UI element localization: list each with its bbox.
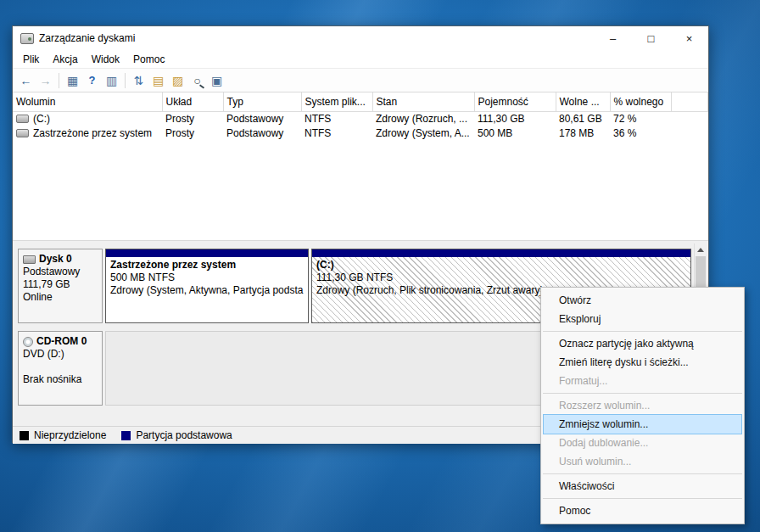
toolbar-separator (59, 73, 59, 88)
open-icon[interactable]: ▨ (168, 71, 187, 90)
console-window-icon[interactable]: ▥ (102, 71, 121, 90)
menu-item-zmien-litere[interactable]: Zmień literę dysku i ścieżki... (544, 353, 741, 372)
cell-capacity[interactable]: 111,30 GB (474, 111, 556, 126)
menu-item-pomoc[interactable]: Pomoc (544, 501, 741, 520)
cell-status[interactable]: Zdrowy (Rozruch, ... (372, 111, 474, 126)
menubar: Plik Akcja Widok Pomoc (13, 50, 708, 69)
back-icon[interactable]: ← (16, 71, 36, 90)
menu-akcja[interactable]: Akcja (46, 51, 84, 68)
disk0-name: Dysk 0 (39, 253, 72, 266)
table-row[interactable]: (C:) Prosty Podstawowy NTFS Zdrowy (Rozr… (13, 111, 708, 126)
col-empty (671, 92, 708, 111)
volume-icon (16, 129, 29, 137)
minimize-button[interactable]: – (594, 26, 632, 50)
export-list-icon[interactable]: ▤ (148, 71, 168, 90)
partition-system-reserved[interactable]: Zastrzeżone przez system 500 MB NTFS Zdr… (105, 249, 309, 323)
primary-partition-swatch (121, 431, 131, 440)
cell-empty (671, 111, 708, 126)
forward-icon[interactable]: → (36, 71, 55, 90)
partition-size: 111,30 GB NTFS (316, 272, 686, 284)
col-stan[interactable]: Stan (372, 92, 474, 111)
cell-layout[interactable]: Prosty (162, 126, 223, 140)
cell-volume[interactable]: (C:) (13, 111, 162, 126)
menu-item-wlasciwosci[interactable]: Właściwości (544, 477, 741, 496)
menu-item-otworz[interactable]: Otwórz (544, 291, 741, 310)
menu-item-oznacz-partycje[interactable]: Oznacz partycję jako aktywną (544, 334, 741, 353)
cdrom-drive: DVD (D:) (23, 348, 98, 361)
scroll-up-button[interactable] (695, 244, 707, 255)
maximize-button[interactable]: □ (632, 26, 670, 50)
partition-size: 500 MB NTFS (110, 272, 304, 284)
menu-item-dodaj-dublowanie: Dodaj dublowanie... (544, 434, 741, 452)
menu-pomoc[interactable]: Pomoc (126, 51, 171, 68)
cell-type[interactable]: Podstawowy (223, 126, 301, 140)
disk0-label[interactable]: Dysk 0 Podstawowy 111,79 GB Online (18, 249, 103, 323)
disk0-size: 111,79 GB (23, 278, 98, 291)
help-icon[interactable]: ? (82, 71, 102, 90)
cdrom-name: CD-ROM 0 (36, 335, 87, 348)
table-row[interactable]: Zastrzeżone przez system Prosty Podstawo… (13, 126, 708, 140)
refresh-icon[interactable]: ⇅ (129, 71, 148, 90)
unallocated-swatch (20, 431, 29, 440)
menu-item-zmniejsz-wolumin[interactable]: Zmniejsz wolumin... (544, 415, 741, 434)
cdrom-status: Brak nośnika (23, 373, 98, 386)
table-header-row: Wolumin Układ Typ System plik... Stan Po… (13, 92, 708, 111)
cell-volume[interactable]: Zastrzeżone przez system (13, 126, 162, 140)
partition-context-menu: Otwórz Eksploruj Oznacz partycję jako ak… (540, 287, 745, 524)
cell-filesystem[interactable]: NTFS (301, 126, 372, 140)
menu-separator (543, 331, 742, 332)
menu-item-rozszerz-wolumin: Rozszerz wolumin... (544, 396, 741, 415)
show-console-tree-icon[interactable]: ▦ (63, 71, 82, 90)
legend-unallocated: Nieprzydzielone (20, 429, 106, 441)
col-wolumin[interactable]: Wolumin (13, 92, 162, 111)
cdrom-label[interactable]: CD-ROM 0 DVD (D:) Brak nośnika (18, 331, 103, 406)
menu-separator (543, 393, 742, 394)
cell-type[interactable]: Podstawowy (223, 111, 301, 126)
cd-icon (23, 337, 33, 347)
partition-status: Zdrowy (System, Aktywna, Partycja podsta (110, 284, 304, 297)
volume-list-panel: Wolumin Układ Typ System plik... Stan Po… (13, 92, 708, 240)
disk0-status: Online (23, 291, 98, 304)
cell-layout[interactable]: Prosty (162, 111, 223, 126)
partition-body: Zastrzeżone przez system 500 MB NTFS Zdr… (106, 257, 308, 322)
disk-icon (23, 255, 36, 264)
cell-empty (671, 126, 708, 140)
properties-icon[interactable]: ▣ (207, 71, 226, 90)
legend-label: Partycja podstawowa (136, 429, 232, 441)
partition-color-strip (106, 249, 308, 257)
triangle-up-icon (697, 248, 704, 252)
menu-plik[interactable]: Plik (16, 51, 46, 68)
menu-separator (543, 473, 742, 474)
cell-capacity[interactable]: 500 MB (474, 126, 556, 140)
find-icon[interactable]: ○ (187, 71, 207, 90)
col-pojemnosc[interactable]: Pojemność (474, 92, 556, 111)
partition-title: (C:) (316, 259, 686, 272)
col-uklad[interactable]: Układ (162, 92, 223, 111)
window-controls: – □ × (594, 26, 708, 50)
menu-item-eksploruj[interactable]: Eksploruj (544, 310, 741, 328)
titlebar[interactable]: Zarządzanie dyskami – □ × (13, 26, 708, 50)
cell-free[interactable]: 80,61 GB (556, 111, 610, 126)
cell-percent-free[interactable]: 72 % (610, 111, 671, 126)
col-procent-wolnego[interactable]: % wolnego (610, 92, 671, 111)
close-button[interactable]: × (670, 26, 708, 50)
menu-widok[interactable]: Widok (85, 51, 126, 68)
cell-filesystem[interactable]: NTFS (301, 111, 372, 126)
menu-item-usun-wolumin: Usuń wolumin... (544, 452, 741, 471)
col-wolne[interactable]: Wolne ... (556, 92, 610, 111)
desktop: Zarządzanie dyskami – □ × Plik Akcja Wid… (0, 0, 760, 532)
window-title: Zarządzanie dyskami (39, 32, 135, 44)
cell-percent-free[interactable]: 36 % (610, 126, 671, 140)
cell-free[interactable]: 178 MB (556, 126, 610, 140)
toolbar: ← → ▦ ? ▥ ⇅ ▤ ▨ ○ ▣ (13, 69, 708, 92)
legend-label: Nieprzydzielone (34, 429, 106, 441)
legend-primary-partition: Partycja podstawowa (121, 429, 232, 441)
cell-status[interactable]: Zdrowy (System, A... (372, 126, 474, 140)
menu-separator (543, 498, 742, 499)
col-system-plikow[interactable]: System plik... (301, 92, 372, 111)
col-typ[interactable]: Typ (223, 92, 301, 111)
toolbar-separator (125, 73, 126, 88)
volume-table: Wolumin Układ Typ System plik... Stan Po… (13, 92, 708, 140)
volume-icon (16, 115, 29, 123)
app-icon (20, 33, 34, 44)
